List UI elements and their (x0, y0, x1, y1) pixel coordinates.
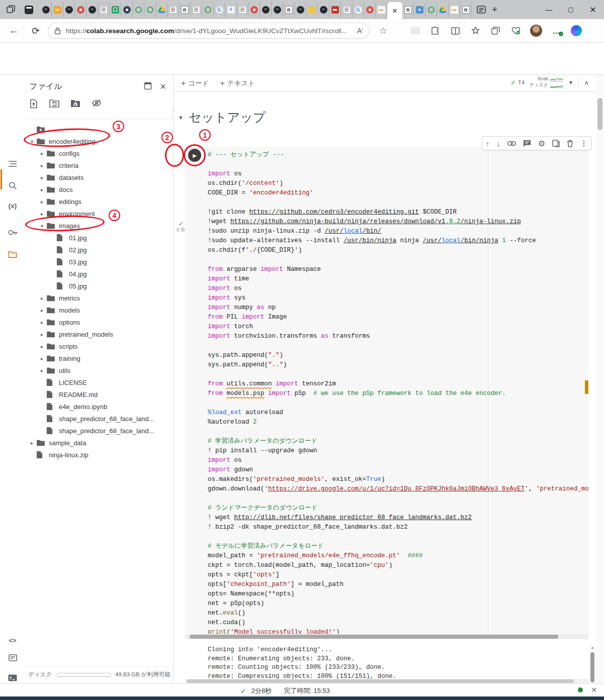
browser-tab[interactable]: n (179, 2, 191, 17)
browser-tab[interactable]: G (353, 2, 364, 17)
delete-icon[interactable] (567, 140, 573, 147)
browser-tab[interactable]: ᴖ (295, 2, 306, 17)
browser-tab[interactable] (144, 2, 156, 17)
browser-tab[interactable] (425, 2, 437, 17)
browser-tab[interactable]: n (460, 2, 472, 17)
split-screen-icon[interactable] (449, 24, 462, 37)
browser-tab[interactable]: ᴖ (272, 2, 283, 17)
browser-tab[interactable]: co (449, 2, 460, 17)
expand-icon[interactable]: ▸ (28, 440, 36, 446)
tree-item-options[interactable]: ▸options (25, 316, 173, 328)
browser-tab[interactable] (98, 2, 110, 17)
more-menu-icon[interactable]: …↓ (550, 24, 563, 37)
browser-tab[interactable]: ᴖ (63, 2, 75, 17)
browser-tab[interactable]: ᴖ (87, 2, 98, 17)
profile-avatar[interactable] (530, 24, 543, 37)
collapse-toolbar-icon[interactable]: ∧ (584, 79, 589, 86)
runtime-status[interactable]: ✓T4 (510, 79, 525, 86)
browser-tab[interactable]: n (402, 2, 414, 17)
tree-item-05-jpg[interactable]: 05.jpg (25, 280, 173, 292)
close-button[interactable]: ✕ (582, 5, 604, 15)
toc-icon[interactable] (0, 155, 25, 172)
new-tab-icon[interactable]: + (492, 4, 497, 15)
more-icon[interactable]: ⋮ (580, 139, 587, 147)
minimize-button[interactable]: — (538, 6, 560, 14)
collections-icon[interactable] (489, 24, 502, 37)
expand-icon[interactable]: ▸ (38, 187, 46, 192)
browser-tab[interactable] (156, 2, 167, 17)
browser-tab[interactable]: G (214, 2, 225, 17)
workspaces-icon[interactable] (3, 3, 18, 16)
browser-tab[interactable] (437, 2, 449, 17)
expand-icon[interactable]: ▸ (38, 356, 46, 361)
back-icon[interactable]: ← (9, 25, 19, 36)
tree-item-shape-predictor-68-face-land-[interactable]: shape_predictor_68_face_land... (25, 425, 173, 437)
expand-icon[interactable]: ▸ (38, 151, 46, 156)
url-bar[interactable]: https://colab.research.google.com/drive/… (48, 23, 370, 39)
vertical-tabs-icon[interactable] (21, 3, 36, 16)
browser-tab[interactable] (341, 2, 353, 17)
browser-tab[interactable] (133, 2, 144, 17)
tree-item-e4e-demo-ipynb[interactable]: e4e_demo.ipynb (25, 401, 173, 413)
dismiss-status-icon[interactable]: ✕ (591, 686, 597, 694)
code-snippets-icon[interactable]: <> (0, 632, 25, 649)
tree-item-scripts[interactable]: ▸scripts (25, 340, 173, 352)
read-aloud-icon[interactable]: A) (357, 27, 363, 35)
hidden-files-icon[interactable] (92, 99, 102, 109)
favorites-bar-icon[interactable] (469, 24, 482, 37)
output-horizontal-scrollbar[interactable] (185, 679, 588, 683)
browser-tab[interactable]: 12 (52, 2, 63, 17)
favorite-star-icon[interactable]: ☆ (377, 24, 390, 37)
expand-icon[interactable]: ▸ (38, 211, 46, 217)
command-palette-icon[interactable] (0, 649, 25, 666)
tree-item-02-jpg[interactable]: 02.jpg (25, 244, 173, 256)
browser-tab[interactable] (202, 2, 214, 17)
tree-item-criteria[interactable]: ▸criteria (25, 159, 173, 171)
files-icon[interactable] (0, 246, 25, 263)
browser-tab[interactable] (364, 2, 376, 17)
maximize-button[interactable]: ▢ (560, 6, 582, 13)
browser-tab[interactable] (248, 2, 260, 17)
page-scrollbar[interactable] (596, 75, 604, 683)
tree-item-metrics[interactable]: ▸metrics (25, 292, 173, 304)
browser-tab[interactable] (167, 2, 179, 17)
expand-icon[interactable]: ▸ (38, 199, 46, 205)
search-icon[interactable] (0, 177, 25, 194)
open-in-window-icon[interactable] (144, 82, 152, 91)
expand-icon[interactable]: ▸ (38, 295, 46, 301)
tree-item-readme-md[interactable]: README.md (25, 388, 173, 401)
expand-icon[interactable]: ▸ (38, 308, 46, 313)
code-editor[interactable]: # --- セットアップ --- import osos.chdir('/con… (208, 150, 588, 634)
tree-item-editings[interactable]: ▸editings (25, 195, 173, 208)
section-collapse-icon[interactable]: ▼ (178, 115, 184, 121)
browser-tab[interactable] (75, 2, 87, 17)
add-text-button[interactable]: +テキスト (220, 79, 255, 88)
runtime-dropdown-icon[interactable]: ▼ (568, 79, 574, 85)
mirror-cell-icon[interactable] (552, 140, 560, 147)
tab-list-icon[interactable] (477, 6, 486, 14)
expand-icon[interactable]: ▸ (38, 368, 46, 373)
browser-tab[interactable]: n (283, 2, 295, 17)
browser-tab[interactable]: co (376, 2, 387, 17)
tree-item-ninja-linux-zip[interactable]: ninja-linux.zip (25, 449, 173, 461)
browser-tab[interactable] (191, 2, 202, 17)
secrets-icon[interactable] (0, 224, 25, 241)
move-down-icon[interactable]: ↓ (496, 139, 500, 148)
comment-icon[interactable] (523, 140, 531, 147)
tree-item-configs[interactable]: ▸configs (25, 147, 173, 159)
browser-tab[interactable]: ᴖ (260, 2, 272, 17)
tree-item-shape-predictor-68-face-land-[interactable]: shape_predictor_68_face_land... (25, 413, 173, 425)
tree-item-training[interactable]: ▸training (25, 352, 173, 364)
code-cell[interactable]: ▶ # --- セットアップ --- import osos.chdir('/c… (185, 147, 588, 639)
refresh-folder-icon[interactable] (49, 99, 59, 109)
mount-drive-icon[interactable] (70, 99, 80, 109)
expand-icon[interactable]: ▸ (38, 332, 46, 337)
browser-tab[interactable] (121, 2, 133, 17)
expand-icon[interactable]: ▸ (38, 175, 46, 180)
expand-icon[interactable]: ▸ (38, 344, 46, 349)
tree-item-docs[interactable]: ▸docs (25, 183, 173, 195)
tree-item-models[interactable]: ▸models (25, 304, 173, 316)
copilot-icon[interactable] (570, 24, 583, 37)
browser-tab[interactable]: ᴖ (40, 2, 52, 17)
tree-item-sample-data[interactable]: ▸sample_data (25, 437, 173, 449)
